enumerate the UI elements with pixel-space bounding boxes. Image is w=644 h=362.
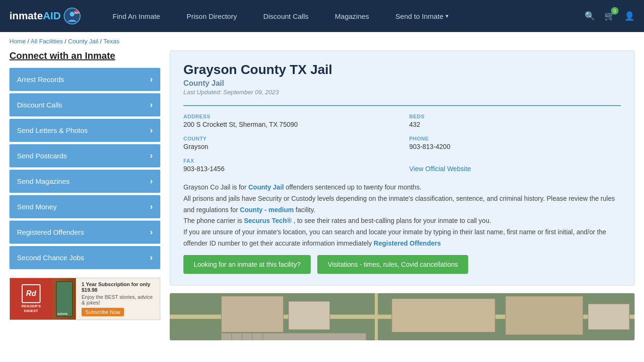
svg-rect-11 xyxy=(588,304,629,329)
logo-part2: AID xyxy=(43,10,61,22)
sidebar-item-arrest-records[interactable]: Arrest Records › xyxy=(9,68,160,91)
ad-logo-text: READER'SDIGEST xyxy=(21,304,41,313)
sidebar-item-registered-offenders[interactable]: Registered Offenders › xyxy=(9,221,160,244)
facility-aerial-image xyxy=(170,293,635,340)
ad-logo-area: Rd READER'SDIGEST xyxy=(10,278,52,320)
svg-rect-12 xyxy=(222,333,366,340)
sidebar-item-label: Send Magazines xyxy=(17,177,70,185)
breadcrumb-texas[interactable]: Texas xyxy=(103,38,119,45)
website-block: View Official Website xyxy=(409,158,621,173)
content: Grayson County TX Jail County Jail Last … xyxy=(170,50,635,340)
county-jail-link[interactable]: County Jail xyxy=(248,183,284,191)
address-value: 200 S Crockett St, Sherman, TX 75090 xyxy=(183,121,395,128)
beds-label: BEDS xyxy=(409,114,621,119)
breadcrumb-all-facilities[interactable]: All Facilities xyxy=(31,38,63,45)
cart-badge: 0 xyxy=(611,7,619,15)
sidebar-item-label: Arrest Records xyxy=(17,75,64,83)
find-inmate-button[interactable]: Looking for an inmate at this facility? xyxy=(183,255,311,274)
search-icon[interactable]: 🔍 xyxy=(585,11,595,21)
svg-rect-9 xyxy=(392,298,495,332)
main-layout: Connect with an Inmate Arrest Records › … xyxy=(0,50,644,350)
nav-discount-calls[interactable]: Discount Calls xyxy=(250,0,322,32)
user-icon[interactable]: 👤 xyxy=(624,11,635,21)
beds-value: 432 xyxy=(409,121,621,128)
sidebar: Connect with an Inmate Arrest Records › … xyxy=(9,50,160,320)
nav-icons: 🔍 🛒 0 👤 xyxy=(585,11,635,21)
logo-icon: AID xyxy=(64,8,81,25)
breadcrumb-home[interactable]: Home xyxy=(9,38,26,45)
svg-point-1 xyxy=(70,12,74,16)
sidebar-ad: Rd READER'SDIGEST SURVIVE 1 Year Subscri… xyxy=(9,278,160,320)
sidebar-title: Connect with an Inmate xyxy=(9,50,160,61)
ad-subscribe-button[interactable]: Subscribe Now xyxy=(82,308,124,316)
official-website-link[interactable]: View Official Website xyxy=(409,165,471,173)
breadcrumb: Home / All Facilities / County Jail / Te… xyxy=(0,32,644,50)
cart-icon[interactable]: 🛒 0 xyxy=(604,11,615,21)
sidebar-arrow-icon: › xyxy=(150,125,153,135)
sidebar-arrow-icon: › xyxy=(150,202,153,212)
nav-links: Find An Inmate Prison Directory Discount… xyxy=(99,0,585,32)
dropdown-arrow-icon: ▾ xyxy=(446,13,448,19)
sidebar-item-label: Send Postcards xyxy=(17,152,67,160)
sidebar-item-label: Send Money xyxy=(17,203,57,211)
facility-card: Grayson County TX Jail County Jail Last … xyxy=(170,50,635,286)
sidebar-item-label: Send Letters & Photos xyxy=(17,126,88,134)
phone-value: 903-813-4200 xyxy=(409,143,621,150)
sidebar-arrow-icon: › xyxy=(150,151,153,161)
facility-updated: Last Updated: September 09, 2023 xyxy=(183,89,621,96)
nav-find-inmate[interactable]: Find An Inmate xyxy=(99,0,173,32)
nav-magazines[interactable]: Magazines xyxy=(322,0,382,32)
sidebar-item-send-postcards[interactable]: Send Postcards › xyxy=(9,144,160,167)
fax-block: FAX 903-813-1456 xyxy=(183,158,395,173)
sidebar-item-send-letters[interactable]: Send Letters & Photos › xyxy=(9,119,160,142)
sidebar-arrow-icon: › xyxy=(150,176,153,186)
svg-rect-8 xyxy=(289,301,330,329)
fax-label: FAX xyxy=(183,158,395,164)
sidebar-item-second-chance-jobs[interactable]: Second Chance Jobs › xyxy=(9,246,160,269)
sidebar-arrow-icon: › xyxy=(150,100,153,110)
site-logo[interactable]: inmateAID AID xyxy=(9,8,81,25)
securus-link[interactable]: Securus Tech® xyxy=(244,217,291,224)
nav-prison-directory[interactable]: Prison Directory xyxy=(173,0,250,32)
sidebar-arrow-icon: › xyxy=(150,227,153,237)
county-medium-link[interactable]: County - medium xyxy=(240,206,294,214)
facility-name: Grayson County TX Jail xyxy=(183,62,621,77)
sidebar-item-label: Registered Offenders xyxy=(17,228,84,236)
sidebar-item-send-magazines[interactable]: Send Magazines › xyxy=(9,170,160,193)
phone-label: PHONE xyxy=(409,136,621,141)
sidebar-item-label: Second Chance Jobs xyxy=(17,254,84,262)
address-block: ADDRESS 200 S Crockett St, Sherman, TX 7… xyxy=(183,114,395,128)
county-label: COUNTY xyxy=(183,136,395,141)
navbar: inmateAID AID Find An Inmate Prison Dire… xyxy=(0,0,644,32)
county-block: COUNTY Grayson xyxy=(183,136,395,150)
logo-part1: inmate xyxy=(9,10,43,22)
desc1-rest: offenders sentenced up to twenty four mo… xyxy=(286,183,421,191)
facility-buttons: Looking for an inmate at this facility? … xyxy=(183,255,621,274)
sidebar-item-send-money[interactable]: Send Money › xyxy=(9,195,160,218)
desc2-rest: facility. xyxy=(296,206,315,214)
sidebar-arrow-icon: › xyxy=(150,74,153,84)
desc3-text: The phone carrier is xyxy=(183,217,242,224)
county-value: Grayson xyxy=(183,143,395,150)
beds-block: BEDS 432 xyxy=(409,114,621,128)
desc3-rest: , to see their rates and best-calling pl… xyxy=(293,217,491,224)
facility-type: County Jail xyxy=(183,79,621,88)
desc1-text: Grayson Co Jail is for xyxy=(183,183,247,191)
fax-value: 903-813-1456 xyxy=(183,165,395,173)
ad-headline: 1 Year Subscription for only $19.98 xyxy=(82,281,154,293)
sidebar-arrow-icon: › xyxy=(150,253,153,263)
svg-rect-7 xyxy=(222,296,283,332)
ad-content: 1 Year Subscription for only $19.98 Enjo… xyxy=(76,278,160,320)
phone-block: PHONE 903-813-4200 xyxy=(409,136,621,150)
svg-rect-10 xyxy=(505,296,583,335)
registered-offenders-link[interactable]: Registered Offenders xyxy=(374,239,441,247)
sidebar-menu: Arrest Records › Discount Calls › Send L… xyxy=(9,68,160,269)
ad-subtext: Enjoy the BEST stories, advice & jokes! xyxy=(82,294,154,305)
sidebar-item-discount-calls[interactable]: Discount Calls › xyxy=(9,93,160,116)
address-label: ADDRESS xyxy=(183,114,395,119)
facility-description: Grayson Co Jail is for County Jail offen… xyxy=(183,182,621,249)
nav-send-to-inmate[interactable]: Send to Inmate ▾ xyxy=(382,0,462,32)
visitations-button[interactable]: Visitations - times, rules, Covid cancel… xyxy=(317,255,468,274)
facility-info-grid: ADDRESS 200 S Crockett St, Sherman, TX 7… xyxy=(183,105,621,173)
breadcrumb-county-jail[interactable]: County Jail xyxy=(68,38,98,45)
